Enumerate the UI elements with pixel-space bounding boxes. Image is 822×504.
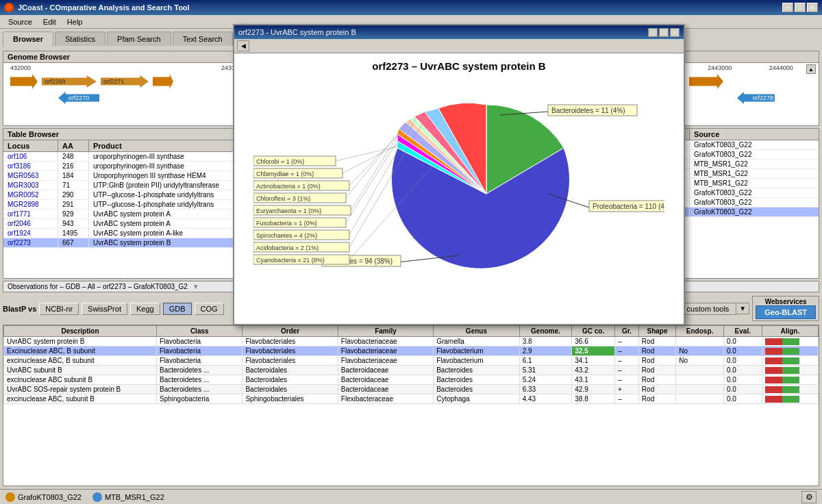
right-ruler-1: 2444000 xyxy=(769,64,793,71)
gene-orf2271[interactable]: orf2271 xyxy=(101,74,149,89)
result-row-1-selected[interactable]: Excinuclease ABC, B subunit Flavobacteri… xyxy=(4,346,819,356)
status-gear-icon[interactable]: ⚙ xyxy=(801,491,817,503)
tab-browser[interactable]: Browser xyxy=(3,32,53,47)
col-endospore[interactable]: Endosp. xyxy=(676,326,724,337)
result-row-6[interactable]: excinuclease ABC, subunit B Sphingobacte… xyxy=(4,394,819,404)
menu-source[interactable]: Source xyxy=(3,16,38,27)
svg-text:Chlorobi = 1 (0%): Chlorobi = 1 (0%) xyxy=(256,158,304,165)
modal-back-btn[interactable]: ◀ xyxy=(237,40,249,51)
ruler-pos-0: 432000 xyxy=(10,64,31,71)
status-item-0: GrafoKT0803_G22 xyxy=(5,492,82,502)
tab-statistics[interactable]: Statistics xyxy=(55,32,105,46)
status-icon-1 xyxy=(92,492,102,502)
svg-line-28 xyxy=(342,144,399,173)
status-item-1: MTB_MSR1_G22 xyxy=(92,492,164,502)
source-row[interactable]: GrafoKT0803_G22 xyxy=(669,188,819,198)
maximize-button[interactable]: □ xyxy=(795,3,806,12)
source-row[interactable]: MTB_MSR1_G22 xyxy=(669,169,819,179)
result-row-4[interactable]: excinuclease ABC subunit B Bacteroidetes… xyxy=(4,375,819,385)
results-table-container: Description Class Order Family Genus Gen… xyxy=(3,325,819,486)
col-family[interactable]: Family xyxy=(338,326,433,337)
geo-blast-button[interactable]: Geo-BLAST xyxy=(756,305,816,319)
source-row[interactable]: MTB_MSR1_G22 xyxy=(669,179,819,188)
modal-heading: orf2273 – UvrABC system protein B xyxy=(241,60,677,72)
status-bar: GrafoKT0803_G22 MTB_MSR1_G22 ⚙ xyxy=(0,489,822,504)
svg-text:Chlamydiae = 1 (0%): Chlamydiae = 1 (0%) xyxy=(256,171,314,177)
svg-text:Actinobacteria = 1 (0%): Actinobacteria = 1 (0%) xyxy=(256,183,321,190)
webservices-title: Webservices xyxy=(756,298,816,305)
gene-orf2270[interactable]: orf2270 xyxy=(58,90,99,105)
modal-title-bar: orf2273 - UvrABC system protein B _ □ × xyxy=(234,25,684,39)
gene-partial-right[interactable] xyxy=(153,74,173,89)
result-row-5[interactable]: UvrABC SOS-repair system protein B Bacte… xyxy=(4,385,819,394)
svg-text:Bacteroidetes = 11 (4%): Bacteroidetes = 11 (4%) xyxy=(551,107,625,114)
modal-maximize-btn[interactable]: □ xyxy=(659,28,669,37)
webservices-section: Webservices Geo-BLAST xyxy=(752,296,819,321)
col-gr[interactable]: Gr. xyxy=(615,326,639,337)
th-aa: AA xyxy=(58,140,89,151)
results-table: Description Class Order Family Genus Gen… xyxy=(3,325,819,404)
gene-orf2269[interactable]: orf2269 xyxy=(42,74,97,89)
blastp-label: BlastP vs xyxy=(3,305,36,313)
col-class[interactable]: Class xyxy=(157,326,242,337)
pie-chart-container: Bacteroidetes = 11 (4%) Proteobacteria =… xyxy=(241,77,677,317)
menu-help[interactable]: Help xyxy=(62,16,88,27)
source-row[interactable]: MTB_MSR1_G22 xyxy=(669,160,819,169)
gene-right-forward[interactable] xyxy=(689,74,723,89)
modal-minimize-btn[interactable]: _ xyxy=(648,28,658,37)
svg-text:Cyanobacteria = 21 (8%): Cyanobacteria = 21 (8%) xyxy=(256,257,325,264)
right-ruler-0: 2443000 xyxy=(708,64,732,71)
col-genus[interactable]: Genus xyxy=(434,326,519,337)
tab-pfam-search[interactable]: Pfam Search xyxy=(107,32,171,46)
modal-body: orf2273 – UvrABC system protein B xyxy=(234,53,684,324)
svg-text:Acidobacteria = 2 (1%): Acidobacteria = 2 (1%) xyxy=(256,244,319,251)
pie-chart-modal[interactable]: orf2273 - UvrABC system protein B _ □ × … xyxy=(233,24,685,325)
svg-text:Spirochaetes = 4 (2%): Spirochaetes = 4 (2%) xyxy=(256,232,317,239)
modal-title: orf2273 - UvrABC system protein B xyxy=(238,28,356,36)
source-th-source: Source xyxy=(690,129,819,140)
app-title: JCoast - COmparative Analysis and Search… xyxy=(18,3,190,12)
svg-text:Proteobacteria = 110 (44%): Proteobacteria = 110 (44%) xyxy=(593,203,664,210)
col-eval[interactable]: Eval. xyxy=(723,326,762,337)
modal-close-btn[interactable]: × xyxy=(670,28,680,37)
result-row-0[interactable]: UvrABC system protein B Flavobacteria Fl… xyxy=(4,337,819,346)
modal-toolbar: ◀ xyxy=(234,39,684,53)
th-locus: Locus xyxy=(3,140,58,151)
minimize-button[interactable]: − xyxy=(782,3,793,12)
kegg-button[interactable]: Kegg xyxy=(130,303,160,315)
col-genome[interactable]: Genome. xyxy=(519,326,572,337)
source-row[interactable]: GrafoKT0803_G22 xyxy=(669,150,819,160)
gene-orf2278[interactable]: orf2278 xyxy=(737,90,775,105)
tab-text-search[interactable]: Text Search xyxy=(173,32,233,46)
ncbi-nr-button[interactable]: NCBI-nr xyxy=(39,303,79,315)
result-row-3[interactable]: UvrABC subunit B Bacteroidetes ... Bacte… xyxy=(4,366,819,375)
col-gc[interactable]: GC co. xyxy=(572,326,615,337)
collapse-genome-btn[interactable]: ▲ xyxy=(806,64,816,74)
source-panel: rk Source GrafoKT0803_G22 GrafoKT0803_G2… xyxy=(669,128,819,279)
swissprot-button[interactable]: SwissProt xyxy=(82,303,127,315)
gdb-button[interactable]: GDB xyxy=(163,303,192,315)
col-description[interactable]: Description xyxy=(4,326,157,337)
svg-text:Fusobacteria = 1 (0%): Fusobacteria = 1 (0%) xyxy=(256,220,317,227)
status-icon-0 xyxy=(5,492,15,502)
col-align[interactable]: Align. xyxy=(762,326,818,337)
svg-text:Euryarchaeota = 1 (0%): Euryarchaeota = 1 (0%) xyxy=(256,207,321,214)
title-bar: JCoast - COmparative Analysis and Search… xyxy=(0,0,822,15)
gene-arrow-left[interactable] xyxy=(10,74,38,89)
col-order[interactable]: Order xyxy=(242,326,338,337)
source-row[interactable]: GrafoKT0803_G22 xyxy=(669,198,819,207)
col-shape[interactable]: Shape xyxy=(638,326,675,337)
pie-chart-svg: Bacteroidetes = 11 (4%) Proteobacteria =… xyxy=(253,88,664,307)
source-row-selected[interactable]: GrafoKT0803_G22 xyxy=(669,207,819,217)
close-button[interactable]: × xyxy=(807,3,818,12)
cog-button[interactable]: COG xyxy=(195,303,224,315)
svg-text:Chloroflexi = 3 (1%): Chloroflexi = 3 (1%) xyxy=(256,195,310,202)
source-row[interactable]: GrafoKT0803_G22 xyxy=(669,140,819,150)
result-row-2[interactable]: excinuclease ABC, B subunit Flavobacteri… xyxy=(4,356,819,366)
menu-edit[interactable]: Edit xyxy=(38,16,62,27)
